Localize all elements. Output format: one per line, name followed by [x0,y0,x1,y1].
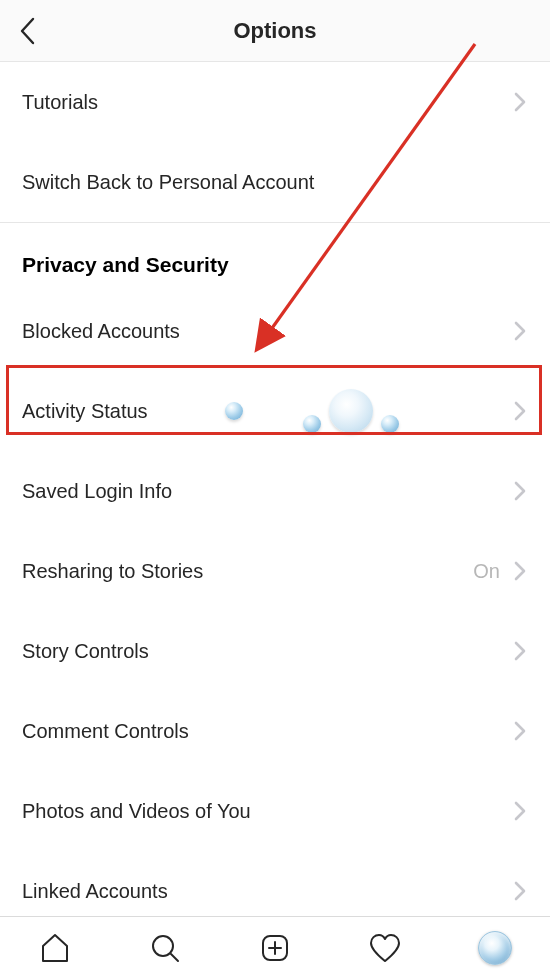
row-label: Saved Login Info [22,480,172,503]
row-activity-status[interactable]: Activity Status [0,371,550,451]
tab-activity[interactable] [330,917,440,978]
row-label: Resharing to Stories [22,560,203,583]
tab-profile[interactable] [440,917,550,978]
chevron-right-icon [512,561,528,581]
watermark-logo [225,389,399,433]
row-resharing-stories[interactable]: Resharing to Stories On [0,531,550,611]
plus-square-icon [259,932,291,964]
chevron-right-icon [512,881,528,901]
row-label: Blocked Accounts [22,320,180,343]
row-tutorials[interactable]: Tutorials [0,62,550,142]
row-photos-videos[interactable]: Photos and Videos of You [0,771,550,851]
chevron-right-icon [512,321,528,341]
row-label: Comment Controls [22,720,189,743]
row-story-controls[interactable]: Story Controls [0,611,550,691]
tab-search[interactable] [110,917,220,978]
row-label: Tutorials [22,91,98,114]
row-linked-accounts[interactable]: Linked Accounts [0,851,550,916]
chevron-left-icon [19,17,36,45]
row-value: On [473,560,500,583]
header-bar: Options [0,0,550,62]
tab-home[interactable] [0,917,110,978]
heart-icon [368,932,402,964]
search-icon [149,932,181,964]
row-saved-login-info[interactable]: Saved Login Info [0,451,550,531]
row-label: Photos and Videos of You [22,800,251,823]
row-label: Switch Back to Personal Account [22,171,314,194]
chevron-right-icon [512,721,528,741]
chevron-right-icon [512,481,528,501]
row-label: Linked Accounts [22,880,168,903]
svg-point-2 [153,936,173,956]
options-list: Tutorials Switch Back to Personal Accoun… [0,62,550,916]
chevron-right-icon [512,92,528,112]
row-switch-account[interactable]: Switch Back to Personal Account [0,142,550,222]
back-button[interactable] [14,18,40,44]
row-label: Story Controls [22,640,149,663]
tab-new-post[interactable] [220,917,330,978]
row-label: Activity Status [22,400,148,423]
chevron-right-icon [512,801,528,821]
page-title: Options [233,18,316,44]
section-title: Privacy and Security [22,253,528,277]
chevron-right-icon [512,641,528,661]
home-icon [39,932,71,964]
row-comment-controls[interactable]: Comment Controls [0,691,550,771]
bottom-tab-bar [0,916,550,978]
profile-avatar [478,931,512,965]
chevron-right-icon [512,401,528,421]
section-header-privacy: Privacy and Security [0,222,550,291]
row-blocked-accounts[interactable]: Blocked Accounts [0,291,550,371]
svg-line-3 [171,954,178,961]
